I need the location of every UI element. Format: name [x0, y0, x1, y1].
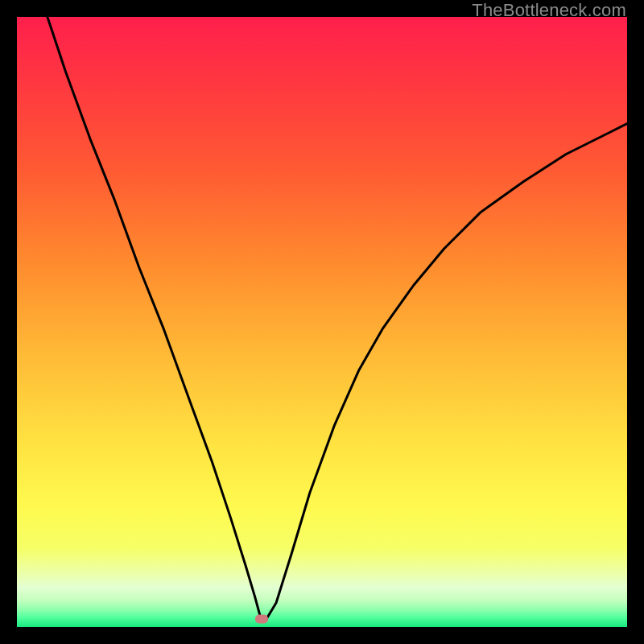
svg-rect-0	[17, 17, 627, 627]
watermark-text: TheBottleneck.com	[472, 0, 626, 21]
chart-gradient-background	[17, 17, 627, 627]
chart-frame	[17, 17, 627, 627]
optimal-point-marker	[255, 615, 268, 624]
